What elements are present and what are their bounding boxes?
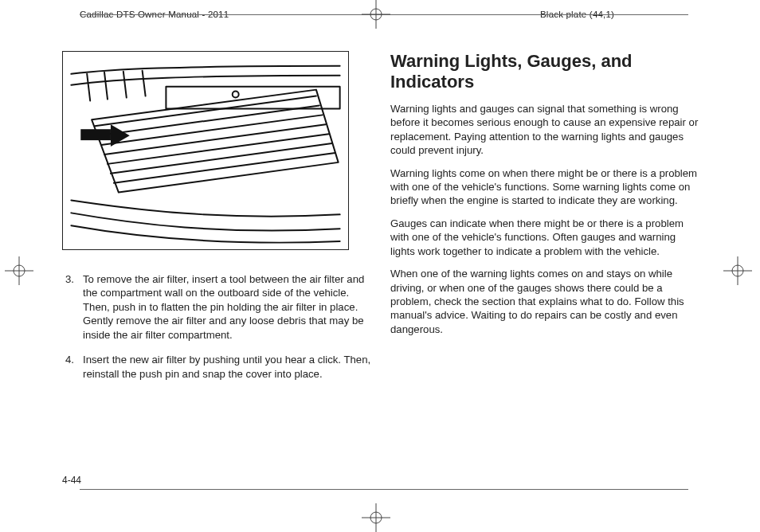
step-3: To remove the air filter, insert a tool … bbox=[62, 272, 371, 342]
right-column: Warning Lights, Gauges, and Indicators W… bbox=[390, 51, 699, 392]
footer-rule bbox=[80, 489, 688, 490]
paragraph: When one of the warning lights comes on … bbox=[390, 267, 699, 336]
registration-mark-icon bbox=[5, 256, 33, 285]
air-filter-illustration-icon bbox=[63, 52, 348, 249]
paragraph: Gauges can indicate when there might be … bbox=[390, 217, 699, 258]
page: Cadillac DTS Owner Manual - 2011 Black p… bbox=[0, 0, 760, 532]
svg-marker-2 bbox=[111, 124, 130, 147]
svg-point-0 bbox=[233, 92, 239, 98]
page-number: 4-44 bbox=[62, 475, 81, 486]
section-heading: Warning Lights, Gauges, and Indicators bbox=[390, 51, 699, 92]
paragraph: Warning lights come on when there might … bbox=[390, 166, 699, 208]
registration-mark-icon bbox=[362, 503, 390, 532]
content-columns: To remove the air filter, insert a tool … bbox=[62, 51, 699, 392]
arrow-icon bbox=[80, 124, 130, 147]
step-4: Insert the new air filter by pushing unt… bbox=[62, 353, 371, 381]
air-filter-figure bbox=[62, 51, 349, 250]
paragraph: Warning lights and gauges can signal tha… bbox=[390, 102, 699, 158]
registration-mark-icon bbox=[362, 0, 390, 29]
left-column: To remove the air filter, insert a tool … bbox=[62, 51, 371, 392]
svg-rect-1 bbox=[80, 129, 111, 140]
procedure-steps: To remove the air filter, insert a tool … bbox=[62, 272, 371, 381]
registration-mark-icon bbox=[723, 256, 752, 285]
